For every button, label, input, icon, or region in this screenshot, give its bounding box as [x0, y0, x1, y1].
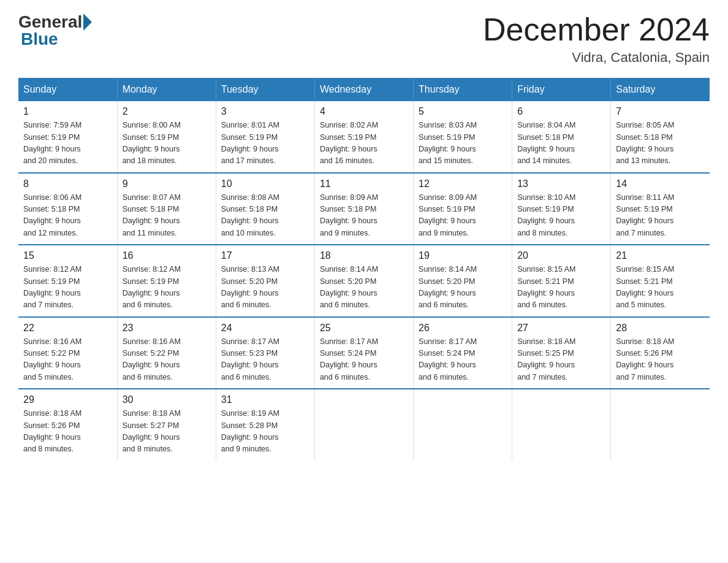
day-number: 17	[221, 250, 309, 261]
day-number: 10	[221, 178, 309, 190]
day-number: 27	[517, 323, 605, 334]
page-header: General Blue December 2024 Vidra, Catalo…	[18, 12, 710, 66]
day-info: Sunrise: 8:18 AM Sunset: 5:26 PM Dayligh…	[23, 408, 112, 456]
day-cell: 11 Sunrise: 8:09 AM Sunset: 5:18 PM Dayl…	[314, 173, 413, 245]
day-info: Sunrise: 8:15 AM Sunset: 5:21 PM Dayligh…	[616, 264, 705, 312]
day-cell: 4 Sunrise: 8:02 AM Sunset: 5:19 PM Dayli…	[314, 101, 413, 173]
calendar-table: SundayMondayTuesdayWednesdayThursdayFrid…	[18, 78, 710, 461]
day-cell: 17 Sunrise: 8:13 AM Sunset: 5:20 PM Dayl…	[216, 245, 314, 317]
week-row-3: 15 Sunrise: 8:12 AM Sunset: 5:19 PM Dayl…	[18, 245, 710, 317]
day-info: Sunrise: 8:18 AM Sunset: 5:26 PM Dayligh…	[616, 336, 705, 384]
day-number: 23	[123, 323, 211, 334]
day-number: 8	[23, 178, 112, 190]
logo-triangle-icon	[83, 13, 92, 31]
day-info: Sunrise: 8:18 AM Sunset: 5:27 PM Dayligh…	[123, 408, 211, 456]
title-section: December 2024 Vidra, Catalonia, Spain	[483, 12, 710, 66]
day-info: Sunrise: 8:18 AM Sunset: 5:25 PM Dayligh…	[517, 336, 605, 384]
day-number: 11	[320, 178, 408, 190]
day-number: 28	[616, 323, 705, 334]
weekday-header-friday: Friday	[512, 78, 611, 101]
day-number: 12	[419, 178, 507, 190]
day-number: 9	[123, 178, 211, 190]
day-number: 24	[221, 323, 309, 334]
weekday-header-sunday: Sunday	[18, 78, 117, 101]
day-cell: 5 Sunrise: 8:03 AM Sunset: 5:19 PM Dayli…	[414, 101, 512, 173]
day-cell: 16 Sunrise: 8:12 AM Sunset: 5:19 PM Dayl…	[117, 245, 216, 317]
day-info: Sunrise: 8:08 AM Sunset: 5:18 PM Dayligh…	[221, 192, 309, 240]
day-info: Sunrise: 8:13 AM Sunset: 5:20 PM Dayligh…	[221, 264, 309, 312]
day-number: 6	[517, 106, 605, 117]
day-number: 13	[517, 178, 605, 190]
week-row-2: 8 Sunrise: 8:06 AM Sunset: 5:18 PM Dayli…	[18, 173, 710, 245]
day-cell: 24 Sunrise: 8:17 AM Sunset: 5:23 PM Dayl…	[216, 317, 314, 389]
week-row-5: 29 Sunrise: 8:18 AM Sunset: 5:26 PM Dayl…	[18, 389, 710, 461]
day-number: 25	[320, 323, 408, 334]
day-number: 18	[320, 250, 408, 261]
day-info: Sunrise: 8:07 AM Sunset: 5:18 PM Dayligh…	[123, 192, 211, 240]
day-cell: 28 Sunrise: 8:18 AM Sunset: 5:26 PM Dayl…	[611, 317, 710, 389]
day-number: 29	[23, 394, 112, 405]
day-info: Sunrise: 7:59 AM Sunset: 5:19 PM Dayligh…	[23, 120, 112, 167]
day-number: 7	[616, 106, 705, 117]
day-number: 14	[616, 178, 705, 190]
day-info: Sunrise: 8:01 AM Sunset: 5:19 PM Dayligh…	[221, 120, 309, 167]
day-cell	[611, 389, 710, 461]
day-cell	[414, 389, 512, 461]
day-number: 20	[517, 250, 605, 261]
weekday-header-wednesday: Wednesday	[314, 78, 413, 101]
day-number: 22	[23, 323, 112, 334]
day-info: Sunrise: 8:19 AM Sunset: 5:28 PM Dayligh…	[221, 408, 309, 456]
day-info: Sunrise: 8:06 AM Sunset: 5:18 PM Dayligh…	[23, 192, 112, 240]
day-info: Sunrise: 8:17 AM Sunset: 5:24 PM Dayligh…	[320, 336, 408, 384]
day-cell: 13 Sunrise: 8:10 AM Sunset: 5:19 PM Dayl…	[512, 173, 611, 245]
day-info: Sunrise: 8:15 AM Sunset: 5:21 PM Dayligh…	[517, 264, 605, 312]
day-info: Sunrise: 8:16 AM Sunset: 5:22 PM Dayligh…	[23, 336, 112, 384]
day-info: Sunrise: 8:03 AM Sunset: 5:19 PM Dayligh…	[419, 120, 507, 167]
day-cell: 26 Sunrise: 8:17 AM Sunset: 5:24 PM Dayl…	[414, 317, 512, 389]
day-cell: 19 Sunrise: 8:14 AM Sunset: 5:20 PM Dayl…	[414, 245, 512, 317]
day-info: Sunrise: 8:12 AM Sunset: 5:19 PM Dayligh…	[123, 264, 211, 312]
day-info: Sunrise: 8:02 AM Sunset: 5:19 PM Dayligh…	[320, 120, 408, 167]
day-cell: 29 Sunrise: 8:18 AM Sunset: 5:26 PM Dayl…	[18, 389, 117, 461]
day-info: Sunrise: 8:17 AM Sunset: 5:23 PM Dayligh…	[221, 336, 309, 384]
day-info: Sunrise: 8:09 AM Sunset: 5:18 PM Dayligh…	[320, 192, 408, 240]
day-cell: 18 Sunrise: 8:14 AM Sunset: 5:20 PM Dayl…	[314, 245, 413, 317]
day-cell: 20 Sunrise: 8:15 AM Sunset: 5:21 PM Dayl…	[512, 245, 611, 317]
day-cell: 1 Sunrise: 7:59 AM Sunset: 5:19 PM Dayli…	[18, 101, 117, 173]
day-info: Sunrise: 8:11 AM Sunset: 5:19 PM Dayligh…	[616, 192, 705, 240]
week-row-4: 22 Sunrise: 8:16 AM Sunset: 5:22 PM Dayl…	[18, 317, 710, 389]
week-row-1: 1 Sunrise: 7:59 AM Sunset: 5:19 PM Dayli…	[18, 101, 710, 173]
day-info: Sunrise: 8:04 AM Sunset: 5:18 PM Dayligh…	[517, 120, 605, 167]
day-cell: 22 Sunrise: 8:16 AM Sunset: 5:22 PM Dayl…	[18, 317, 117, 389]
day-cell: 3 Sunrise: 8:01 AM Sunset: 5:19 PM Dayli…	[216, 101, 314, 173]
day-number: 26	[419, 323, 507, 334]
day-cell: 30 Sunrise: 8:18 AM Sunset: 5:27 PM Dayl…	[117, 389, 216, 461]
location-subtitle: Vidra, Catalonia, Spain	[483, 50, 710, 66]
day-cell: 15 Sunrise: 8:12 AM Sunset: 5:19 PM Dayl…	[18, 245, 117, 317]
weekday-header-saturday: Saturday	[611, 78, 710, 101]
logo-blue-text: Blue	[21, 29, 58, 48]
day-cell	[512, 389, 611, 461]
day-info: Sunrise: 8:17 AM Sunset: 5:24 PM Dayligh…	[419, 336, 507, 384]
day-info: Sunrise: 8:09 AM Sunset: 5:19 PM Dayligh…	[419, 192, 507, 240]
logo: General Blue	[18, 12, 93, 49]
day-cell: 12 Sunrise: 8:09 AM Sunset: 5:19 PM Dayl…	[414, 173, 512, 245]
weekday-header-tuesday: Tuesday	[216, 78, 314, 101]
day-number: 5	[419, 106, 507, 117]
weekday-header-monday: Monday	[117, 78, 216, 101]
weekday-header-thursday: Thursday	[414, 78, 512, 101]
day-info: Sunrise: 8:05 AM Sunset: 5:18 PM Dayligh…	[616, 120, 705, 167]
day-cell: 21 Sunrise: 8:15 AM Sunset: 5:21 PM Dayl…	[611, 245, 710, 317]
day-cell: 14 Sunrise: 8:11 AM Sunset: 5:19 PM Dayl…	[611, 173, 710, 245]
day-cell: 8 Sunrise: 8:06 AM Sunset: 5:18 PM Dayli…	[18, 173, 117, 245]
day-cell: 25 Sunrise: 8:17 AM Sunset: 5:24 PM Dayl…	[314, 317, 413, 389]
day-cell: 9 Sunrise: 8:07 AM Sunset: 5:18 PM Dayli…	[117, 173, 216, 245]
day-cell: 10 Sunrise: 8:08 AM Sunset: 5:18 PM Dayl…	[216, 173, 314, 245]
day-number: 31	[221, 394, 309, 405]
day-number: 19	[419, 250, 507, 261]
day-number: 4	[320, 106, 408, 117]
day-number: 21	[616, 250, 705, 261]
weekday-header-row: SundayMondayTuesdayWednesdayThursdayFrid…	[18, 78, 710, 101]
day-info: Sunrise: 8:00 AM Sunset: 5:19 PM Dayligh…	[123, 120, 211, 167]
day-number: 3	[221, 106, 309, 117]
